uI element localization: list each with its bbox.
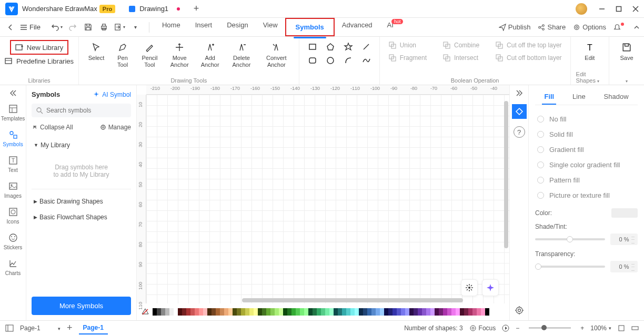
color-swatch[interactable]: [228, 308, 233, 316]
color-swatch[interactable]: [241, 308, 245, 316]
collapse-all-button[interactable]: Collapse All: [32, 124, 73, 131]
color-swatch[interactable]: [266, 308, 270, 316]
color-swatch[interactable]: [245, 308, 249, 316]
combine-button[interactable]: Combine: [439, 40, 482, 50]
union-button[interactable]: Union: [385, 40, 430, 50]
color-swatch[interactable]: [199, 308, 203, 316]
save-quick-button[interactable]: [82, 21, 95, 34]
ai-sparkle-button[interactable]: [482, 279, 499, 296]
search-symbols-input[interactable]: [32, 104, 131, 117]
shape-rectangle[interactable]: [305, 40, 320, 54]
menu-insert[interactable]: Insert: [188, 18, 220, 36]
menu-design[interactable]: Design: [219, 18, 255, 36]
color-swatch[interactable]: [409, 308, 414, 316]
shape-circle[interactable]: [323, 54, 338, 67]
color-swatch[interactable]: [418, 308, 422, 316]
file-menu[interactable]: File: [20, 23, 41, 31]
shape-star[interactable]: [340, 40, 356, 54]
color-swatch[interactable]: [371, 308, 376, 316]
color-swatch[interactable]: [451, 308, 456, 316]
color-swatch[interactable]: [401, 308, 405, 316]
save-shapes-button[interactable]: Save: [615, 40, 639, 64]
color-swatch[interactable]: [233, 308, 237, 316]
shade-tint-value[interactable]: 0 %: [610, 234, 638, 245]
predefine-libraries-button[interactable]: Predefine Libraries: [1, 55, 78, 67]
color-swatch[interactable]: [464, 308, 468, 316]
manage-button[interactable]: Manage: [100, 124, 131, 131]
color-swatch[interactable]: [447, 308, 451, 316]
color-swatch[interactable]: [220, 308, 224, 316]
color-swatch[interactable]: [388, 308, 393, 316]
color-swatch[interactable]: [258, 308, 262, 316]
shape-pentagon[interactable]: [323, 40, 338, 54]
gradient-fill-option[interactable]: Gradient fill: [535, 142, 638, 157]
color-swatch[interactable]: [216, 308, 220, 316]
color-swatch[interactable]: [334, 308, 338, 316]
sidebar-symbols[interactable]: Symbols: [0, 126, 26, 151]
shape-arc[interactable]: [340, 54, 356, 67]
menu-symbols[interactable]: Symbols: [288, 20, 331, 34]
add-anchor-tool[interactable]: Add Anchor: [196, 40, 224, 70]
color-swatch[interactable]: [380, 308, 384, 316]
basic-drawing-shapes[interactable]: ▶Basic Drawing Shapes: [32, 194, 131, 209]
color-swatch[interactable]: [430, 308, 435, 316]
menu-ai[interactable]: AIhot: [380, 18, 413, 36]
zoom-level[interactable]: 100% ▾: [590, 324, 611, 332]
delete-anchor-tool[interactable]: Delete Anchor: [226, 40, 257, 70]
color-swatch[interactable]: [195, 308, 199, 316]
menu-advanced[interactable]: Advanced: [335, 18, 380, 36]
collapse-sidebar-button[interactable]: [9, 89, 17, 97]
color-swatch[interactable]: [435, 308, 439, 316]
new-library-button[interactable]: New Library: [10, 40, 68, 55]
color-swatch[interactable]: [422, 308, 426, 316]
ai-symbol-button[interactable]: AI Symbol: [93, 91, 131, 98]
color-swatch[interactable]: [157, 308, 161, 316]
fill-tab[interactable]: Fill: [542, 89, 556, 105]
fragment-button[interactable]: Fragment: [385, 53, 430, 63]
collapse-ribbon-button[interactable]: [633, 24, 640, 31]
help-button[interactable]: ?: [514, 126, 525, 138]
solid-fill-option[interactable]: Solid fill: [535, 127, 638, 142]
vertical-scrollbar[interactable]: [504, 101, 508, 248]
sidebar-charts[interactable]: Charts: [0, 255, 26, 280]
color-swatch[interactable]: [262, 308, 266, 316]
sidebar-stickers[interactable]: Stickers: [0, 229, 26, 255]
color-swatch[interactable]: [472, 308, 477, 316]
sidebar-icons[interactable]: Icons: [0, 203, 26, 229]
add-page-button[interactable]: +: [67, 322, 73, 333]
color-swatch[interactable]: [405, 308, 409, 316]
redo-button[interactable]: [66, 21, 79, 34]
document-tab[interactable]: Drawing1: [123, 1, 185, 17]
cut-top-button[interactable]: Cut off the top layer: [492, 40, 565, 50]
select-tool[interactable]: Select: [84, 40, 108, 70]
convert-anchor-tool[interactable]: Convert Anchor: [259, 40, 294, 70]
color-swatch[interactable]: [443, 308, 447, 316]
undo-button[interactable]: ▾: [51, 21, 63, 34]
color-swatch[interactable]: [468, 308, 472, 316]
settings-button[interactable]: [515, 306, 524, 315]
more-symbols-button[interactable]: More Symbols: [32, 297, 131, 315]
color-swatch[interactable]: [165, 308, 169, 316]
color-swatch[interactable]: [207, 308, 212, 316]
color-swatch[interactable]: [485, 308, 489, 316]
pattern-fill-option[interactable]: Pattern fill: [535, 172, 638, 188]
transparency-value[interactable]: 0 %: [610, 261, 638, 272]
color-swatch[interactable]: [283, 308, 287, 316]
pencil-tool[interactable]: Pencil Tool: [137, 40, 163, 70]
color-swatch[interactable]: [350, 308, 355, 316]
color-swatch[interactable]: [346, 308, 350, 316]
color-swatch[interactable]: [355, 308, 359, 316]
shape-curve[interactable]: [358, 54, 374, 67]
back-button[interactable]: [4, 21, 17, 34]
color-swatch[interactable]: [321, 308, 325, 316]
color-swatch[interactable]: [296, 308, 300, 316]
basic-flowchart-shapes[interactable]: ▶Basic Flowchart Shapes: [32, 209, 131, 225]
library-dropzone[interactable]: Drag symbols here to add to My Library: [32, 153, 131, 189]
color-swatch[interactable]: [304, 308, 308, 316]
focus-toggle[interactable]: Focus: [469, 324, 496, 332]
color-swatch[interactable]: [460, 308, 464, 316]
fit-page-button[interactable]: [618, 324, 625, 332]
color-swatch[interactable]: [237, 308, 241, 316]
outline-toggle[interactable]: [5, 324, 14, 332]
color-swatch[interactable]: [481, 308, 485, 316]
